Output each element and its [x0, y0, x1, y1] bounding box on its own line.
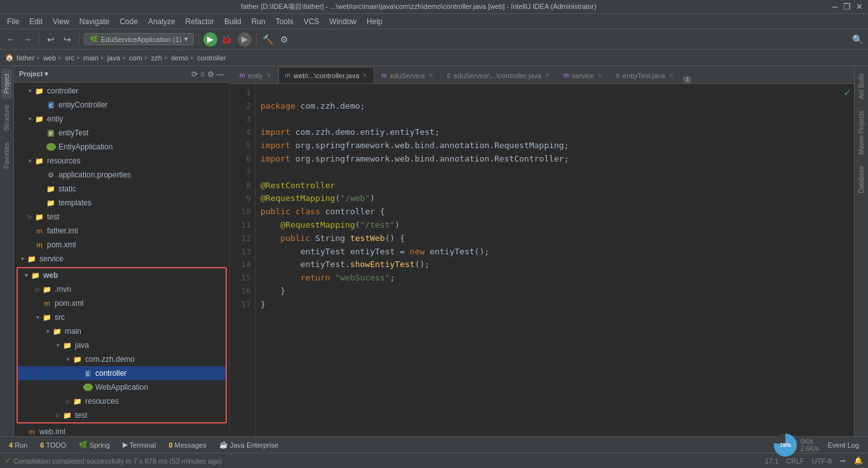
breadcrumb-item-zzh[interactable]: zzh	[151, 54, 162, 62]
breadcrumb-item-src[interactable]: src	[65, 54, 74, 62]
tree-node-controller-selected[interactable]: c controller	[18, 366, 226, 380]
menu-item-edit[interactable]: Edit	[25, 16, 47, 27]
hide-panel-button[interactable]: —	[217, 70, 224, 79]
coverage-button[interactable]: ▶	[238, 32, 252, 46]
code-content[interactable]: package com.zzh.demo; import com.zzh.dem…	[255, 84, 854, 436]
breadcrumb-item-father[interactable]: father	[17, 54, 34, 62]
settings-button[interactable]: ⚙	[278, 32, 292, 46]
tree-node-appprops[interactable]: ⚙ application.properties	[14, 168, 229, 182]
breadcrumb-item-demo[interactable]: demo	[171, 54, 189, 62]
breadcrumb-item-web[interactable]: web	[43, 54, 56, 62]
menu-item-analyze[interactable]: Analyze	[144, 16, 180, 27]
caret-position[interactable]: 17:1	[765, 457, 778, 465]
back-button[interactable]: ←	[4, 32, 18, 46]
tree-node-webapplication[interactable]: 🌿 WebApplication	[18, 380, 226, 394]
tree-node-web-iml[interactable]: m web.iml	[14, 425, 229, 436]
tab-close-button[interactable]: ✕	[428, 72, 433, 79]
tree-node-web[interactable]: ▾ 📁 web	[18, 268, 226, 282]
tab-eduservice-controller[interactable]: c eduService\...\controller.java ✕	[440, 67, 557, 83]
tab-close-button[interactable]: ✕	[362, 72, 367, 79]
ant-build-tab[interactable]: Ant Build	[856, 69, 867, 104]
breadcrumb-item-controller[interactable]: controller	[197, 54, 226, 62]
spring-tab[interactable]: 🌿 Spring	[75, 439, 114, 450]
favorites-tab[interactable]: Favorites	[1, 137, 12, 174]
tree-node-test[interactable]: ▷ 📁 test	[14, 210, 229, 224]
redo-button[interactable]: ↪	[60, 32, 74, 46]
forward-button[interactable]: →	[20, 32, 34, 46]
java-enterprise-tab[interactable]: ☕ Java Enterprise	[215, 439, 282, 450]
todo-tab[interactable]: 6 TODO	[36, 440, 70, 450]
tab-close-button[interactable]: ✕	[266, 72, 271, 79]
close-button[interactable]: ✕	[856, 2, 863, 11]
database-tab[interactable]: Database	[856, 161, 867, 198]
menu-item-help[interactable]: Help	[362, 16, 387, 27]
breadcrumb-item-com[interactable]: com	[129, 54, 142, 62]
tree-node-entiycontroller[interactable]: c entiyController	[14, 98, 229, 112]
tree-node-entiy[interactable]: ▾ 📁 entiy	[14, 112, 229, 126]
tab-eduservice[interactable]: m eduService ✕	[374, 67, 440, 83]
tree-node-resources[interactable]: ▾ 📁 resources	[14, 154, 229, 168]
menu-item-window[interactable]: Window	[325, 16, 361, 27]
tree-node-controller[interactable]: ▾ 📁 controller	[14, 84, 229, 98]
tree-node-static[interactable]: 📁 static	[14, 182, 229, 196]
run-config-selector[interactable]: 🌿 EduServiceApplication (1) ▾	[84, 33, 194, 45]
tree-node-java[interactable]: ▾ 📁 java	[18, 338, 226, 352]
terminal-tab[interactable]: ▶ Terminal	[119, 439, 160, 450]
run-button[interactable]: ▶	[203, 32, 217, 46]
tree-node-templates[interactable]: 📁 templates	[14, 196, 229, 210]
tab-controller-active[interactable]: m web\...\controller.java ✕	[278, 67, 375, 83]
tree-node-web-pom[interactable]: m pom.xml	[18, 296, 226, 310]
menu-item-navigate[interactable]: Navigate	[75, 16, 114, 27]
minimize-button[interactable]: ─	[832, 2, 838, 11]
breadcrumb-item-main[interactable]: main	[83, 54, 98, 62]
menu-item-view[interactable]: View	[48, 16, 74, 27]
tree-node-pom[interactable]: m pom.xml	[14, 238, 229, 252]
maven-projects-tab[interactable]: Maven Projects	[856, 106, 867, 160]
tree-node-main[interactable]: ▾ 📁 main	[18, 324, 226, 338]
tab-entiytest[interactable]: c entiyTest.java ✕	[609, 67, 681, 83]
menu-item-file[interactable]: File	[3, 16, 24, 27]
tab-close-button[interactable]: ✕	[597, 72, 602, 79]
messages-tab[interactable]: 0 Messages	[165, 440, 210, 450]
tree-node-father-iml[interactable]: m father.iml	[14, 224, 229, 238]
settings-panel-button[interactable]: ⚙	[207, 70, 214, 79]
run-tab[interactable]: 4 Run	[5, 440, 31, 450]
tree-node-service[interactable]: ▾ 📁 service	[14, 252, 229, 266]
tab-overflow[interactable]: 4	[683, 76, 692, 83]
menu-item-vcs[interactable]: VCS	[299, 16, 324, 27]
debug-button[interactable]: 🐞	[220, 32, 234, 46]
terminal-icon: ▶	[123, 441, 128, 449]
tree-node-src[interactable]: ▾ 📁 src	[18, 310, 226, 324]
menu-item-refactor[interactable]: Refactor	[181, 16, 219, 27]
tree-node-entiyapp[interactable]: 🌿 EntiyApplication	[14, 140, 229, 154]
tree-node-web-test[interactable]: ▷ 📁 test	[18, 408, 226, 422]
tree-node-mvn[interactable]: ▷ 📁 .mvn	[18, 282, 226, 296]
breadcrumb-item-java[interactable]: java	[107, 54, 120, 62]
undo-button[interactable]: ↩	[44, 32, 58, 46]
menu-item-run[interactable]: Run	[247, 16, 270, 27]
tab-close-button[interactable]: ✕	[545, 72, 550, 79]
tree-node-com-zzh-demo[interactable]: ▾ 📁 com.zzh.demo	[18, 352, 226, 366]
search-everywhere-button[interactable]: 🔍	[850, 32, 864, 46]
structure-tab[interactable]: Structure	[1, 100, 12, 136]
project-tab[interactable]: Project	[1, 69, 12, 99]
maximize-button[interactable]: ❐	[843, 2, 851, 11]
tab-label: eduService\...\controller.java	[454, 72, 541, 79]
tab-service[interactable]: m service ✕	[557, 67, 609, 83]
tab-close-button[interactable]: ✕	[668, 72, 674, 79]
encoding[interactable]: UTF-8	[812, 457, 832, 465]
menu-item-build[interactable]: Build	[220, 16, 246, 27]
collapse-button[interactable]: ≡	[200, 70, 205, 79]
tab-entiy[interactable]: m entiy ✕	[233, 67, 278, 83]
code-editor[interactable]: 12345 678910 1112131415 1617 package com…	[230, 84, 854, 436]
menu-item-code[interactable]: Code	[115, 16, 142, 27]
tree-node-entiytest[interactable]: e entiyTest	[14, 126, 229, 140]
menu-item-tools[interactable]: Tools	[271, 16, 298, 27]
tree-node-web-resources[interactable]: ▷ 📁 resources	[18, 394, 226, 408]
indent-settings[interactable]: ⮕	[839, 457, 846, 465]
notification-icon[interactable]: 🔔	[854, 457, 863, 465]
event-log-tab[interactable]: Event Log	[824, 440, 863, 450]
build-button[interactable]: 🔨	[261, 32, 275, 46]
line-ending[interactable]: CRLF	[786, 457, 804, 465]
sync-button[interactable]: ⟳	[191, 70, 198, 79]
